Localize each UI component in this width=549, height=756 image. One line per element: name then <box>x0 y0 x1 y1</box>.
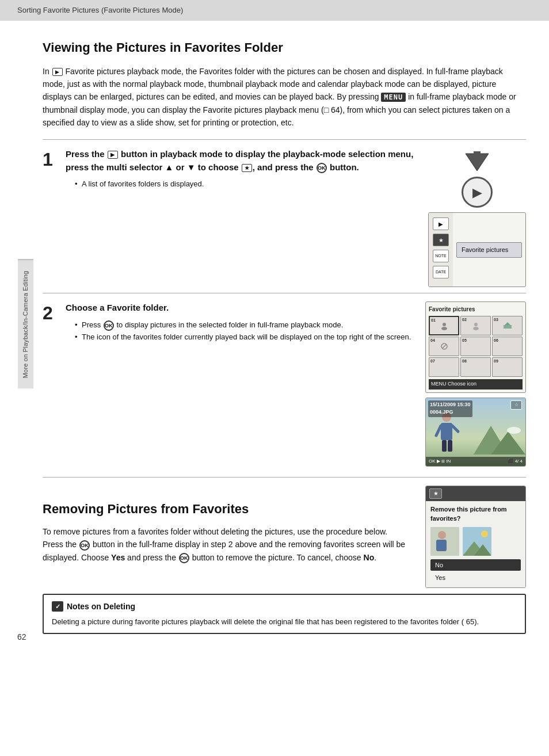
step2-bullet2: The icon of the favorites folder current… <box>75 331 417 343</box>
divider3 <box>43 477 526 478</box>
icon-date: DATE <box>433 266 449 278</box>
section1-title: Viewing the Pictures in Favorites Folder <box>43 38 526 57</box>
fav-menu-bar: MENU Choose icon <box>429 379 523 390</box>
fav-cell-05: 05 <box>460 337 491 356</box>
svg-rect-18 <box>448 440 452 452</box>
svg-rect-6 <box>504 325 512 329</box>
ok-btn-icon: OK <box>317 163 327 173</box>
svg-point-3 <box>441 327 447 330</box>
svg-line-9 <box>443 345 446 348</box>
remove-fav-icon: ★ <box>429 488 442 499</box>
step1-images: ▶ ▶ ★ NOTE DATE Favorite pictures <box>428 148 526 287</box>
notes-box: ✓ Notes on Deleting Deleting a picture d… <box>43 594 526 635</box>
menu-key: MENU <box>381 93 406 102</box>
photo-bottom-bar: OK ▶ ⊞ IN ⬛ 4/ 4 <box>426 457 525 466</box>
ok-inline-4: OK <box>179 553 189 563</box>
divider2 <box>43 293 526 293</box>
remove-fav-preview <box>430 527 521 556</box>
preview-person <box>430 527 459 556</box>
ok-inline-2: OK <box>104 320 114 331</box>
step2-section: 2 Choose a Favorite folder. Press OK to … <box>43 301 526 467</box>
preview-landscape <box>463 527 491 556</box>
photo-bottom-left: OK ▶ ⊞ IN <box>429 458 451 465</box>
remove-fav-header: ★ <box>426 486 525 501</box>
fav-cell-03: 03 <box>492 316 523 335</box>
step1-notes: A list of favorites folders is displayed… <box>75 178 417 190</box>
menu-icons-col: ▶ ★ NOTE DATE <box>429 213 453 287</box>
remove-fav-screen: ★ Remove this picture from favorites? <box>425 486 526 588</box>
svg-point-4 <box>474 323 478 326</box>
notes-text: Deleting a picture during favorite pictu… <box>52 616 517 628</box>
notes-title: ✓ Notes on Deleting <box>52 601 517 613</box>
step1-screen: ▶ ★ NOTE DATE Favorite pictures <box>428 212 526 287</box>
fav-cell-04: 04 <box>429 337 459 356</box>
svg-point-12 <box>507 427 521 434</box>
fav-playback-icon: ▶ <box>52 68 63 76</box>
step1-text: Press the ▶ button in playback mode to d… <box>66 148 417 174</box>
fav-cell-08: 08 <box>460 357 491 377</box>
notes-icon: ✓ <box>52 601 63 612</box>
step2-number: 2 <box>43 301 66 322</box>
fav-cell-09: 09 <box>492 357 523 377</box>
svg-point-25 <box>481 530 488 537</box>
page-number: 62 <box>17 631 26 643</box>
sidebar-label: More on Playback/In-Camera Editing <box>18 259 33 389</box>
svg-rect-21 <box>436 540 447 551</box>
ok-inline-3: OK <box>79 540 90 551</box>
svg-line-16 <box>452 426 458 432</box>
svg-rect-17 <box>442 440 447 452</box>
step1-note: A list of favorites folders is displayed… <box>75 178 417 190</box>
intro-text: In ▶ Favorite pictures playback mode, th… <box>43 65 526 129</box>
section2-title: Removing Pictures from Favorites <box>43 499 408 518</box>
fav-grid-screen: Favorite pictures 01 02 03 <box>425 301 526 393</box>
svg-point-5 <box>473 327 479 330</box>
fav-cell-07: 07 <box>429 357 459 377</box>
section2-body: Removing Pictures from Favorites To remo… <box>43 486 408 572</box>
svg-rect-14 <box>441 423 452 440</box>
fav-icon: ★ <box>242 164 252 172</box>
step1-body: Press the ▶ button in playback mode to d… <box>66 148 428 195</box>
svg-marker-7 <box>505 322 510 325</box>
step2-bullet1: Press OK to display pictures in the sele… <box>75 319 417 331</box>
divider <box>43 139 526 140</box>
fav-cell-01: 01 <box>429 316 459 335</box>
svg-line-15 <box>436 426 441 436</box>
remove-screen-area: ★ Remove this picture from favorites? <box>420 486 526 588</box>
svg-point-20 <box>438 531 446 539</box>
header-bar: Sorting Favorite Pictures (Favorite Pict… <box>0 0 549 21</box>
icon-fav-selected: ★ <box>433 234 449 246</box>
remove-fav-text: Remove this picture from favorites? <box>430 505 521 524</box>
arrow-down-graphic <box>460 148 494 173</box>
section2-container: Removing Pictures from Favorites To remo… <box>43 486 526 588</box>
remove-opt-no: No <box>430 559 521 571</box>
photo-bottom-right: ⬛ 4/ 4 <box>508 458 523 465</box>
menu-label: Favorite pictures <box>456 242 522 258</box>
photo-overlay-top: 15/11/2009 15:30 0004.JPG <box>428 400 472 417</box>
fav-cell-02: 02 <box>460 316 491 335</box>
playback-btn-icon: ▶ <box>108 151 118 159</box>
remove-opt-yes: Yes <box>430 572 521 584</box>
icon-playback: ▶ <box>433 217 449 230</box>
playback-photo-screen: 15/11/2009 15:30 0004.JPG ☆ OK ▶ ⊞ IN ⬛ … <box>425 398 526 467</box>
remove-options: No Yes <box>430 559 521 584</box>
fav-grid-title: Favorite pictures <box>429 305 523 314</box>
section2-text: To remove pictures from a favorites fold… <box>43 525 408 564</box>
step2-bullets: Press OK to display pictures in the sele… <box>75 319 417 343</box>
mountain-svg <box>474 414 525 455</box>
play-button-graphic: ▶ <box>462 177 493 208</box>
svg-point-2 <box>443 323 446 326</box>
step2-body: Choose a Favorite folder. Press OK to di… <box>66 301 417 348</box>
step2-images: Favorite pictures 01 02 03 <box>417 301 526 467</box>
svg-rect-1 <box>474 151 481 161</box>
menu-label-area: Favorite pictures <box>453 213 525 287</box>
remove-fav-body: Remove this picture from favorites? <box>426 501 525 587</box>
icon-note: NOTE <box>433 250 449 262</box>
fav-cell-06: 06 <box>492 337 523 356</box>
person-svg <box>434 411 463 455</box>
step2-text: Choose a Favorite folder. <box>66 301 417 315</box>
photo-overlay-icon: ☆ <box>510 400 522 410</box>
fav-grid: 01 02 03 04 <box>429 316 523 377</box>
step2-notes: Press OK to display pictures in the sele… <box>66 319 417 343</box>
header-text: Sorting Favorite Pictures (Favorite Pict… <box>17 6 183 14</box>
step1-number: 1 <box>43 148 66 169</box>
